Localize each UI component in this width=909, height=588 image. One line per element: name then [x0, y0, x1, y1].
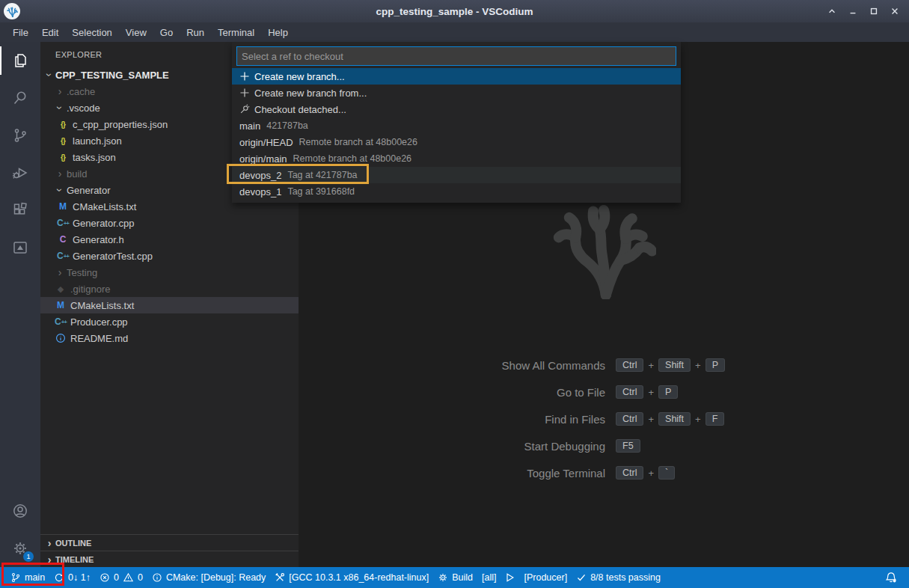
menu-terminal[interactable]: Terminal	[211, 25, 261, 40]
add-icon	[239, 70, 254, 82]
problems-indicator[interactable]: 0 0	[95, 567, 147, 588]
add-icon	[239, 87, 254, 99]
timeline-section[interactable]: TIMELINE	[40, 551, 299, 567]
notifications-bell-icon[interactable]	[881, 572, 902, 584]
extensions-icon[interactable]	[0, 192, 40, 229]
ref-checkout-quickpick: Create new branch... Create new branch f…	[232, 42, 681, 203]
tree-file-cmakelists-root[interactable]: MCMakeLists.txt	[40, 297, 299, 313]
chevron-right-icon	[43, 554, 55, 566]
maximize-window-icon[interactable]	[869, 6, 879, 16]
json-icon: {}	[57, 118, 69, 130]
launch-target[interactable]: [Producer]	[519, 567, 572, 588]
test-status[interactable]: 8/8 tests passing	[572, 567, 665, 588]
quickpick-item-main[interactable]: main421787ba	[232, 117, 681, 134]
quickpick-item-devops-1[interactable]: devops_1Tag at 391668fd	[232, 183, 681, 200]
menu-go[interactable]: Go	[153, 25, 180, 40]
quickpick-item-create-new-branch-from[interactable]: Create new branch from...	[232, 85, 681, 101]
cmake-icon: M	[55, 299, 67, 311]
menu-view[interactable]: View	[119, 25, 153, 40]
plug-icon	[239, 103, 254, 115]
keycap: Shift	[658, 358, 691, 372]
tree-file-producer-cpp[interactable]: C++Producer.cpp	[40, 313, 299, 330]
shortcut-row: Toggle Terminal Ctrl+`	[411, 459, 725, 486]
status-bar: main 0↓ 1↑ 0 0 CMake: [Debug]: Ready [GC…	[0, 567, 909, 588]
cmake-view-icon[interactable]	[0, 229, 40, 266]
keycap: Ctrl	[616, 466, 643, 480]
cmake-icon: M	[57, 200, 69, 212]
explorer-icon[interactable]	[0, 42, 40, 79]
sync-indicator[interactable]: 0↓ 1↑	[49, 567, 95, 588]
chevron-right-icon	[43, 537, 55, 549]
search-icon[interactable]	[0, 79, 40, 117]
keycap: Ctrl	[616, 385, 643, 399]
kit-selector[interactable]: [GCC 10.3.1 x86_64-redhat-linux]	[270, 567, 433, 588]
shortcut-row: Find in Files Ctrl+Shift+F	[411, 405, 725, 432]
branch-indicator[interactable]: main	[6, 567, 49, 588]
minimize-window-icon[interactable]	[848, 6, 858, 16]
shortcut-row: Go to File Ctrl+P	[411, 379, 725, 405]
quickpick-item-devops-2[interactable]: devops_2Tag at 421787ba	[232, 167, 681, 183]
source-control-icon[interactable]	[0, 117, 40, 154]
ref-list: Create new branch... Create new branch f…	[232, 68, 681, 200]
ref-search-input[interactable]	[236, 46, 676, 66]
shade-window-icon[interactable]	[827, 6, 837, 16]
menu-edit[interactable]: Edit	[35, 25, 65, 40]
build-button[interactable]: Build	[433, 567, 477, 588]
chevron-right-icon	[54, 266, 66, 278]
build-target[interactable]: [all]	[477, 567, 501, 588]
tree-file-generator-h[interactable]: CGenerator.h	[40, 231, 299, 248]
title-bar: cpp_testing_sample - VSCodium	[0, 0, 909, 22]
vscodium-logo	[4, 3, 20, 19]
json-icon: {}	[57, 151, 69, 163]
chevron-down-icon	[43, 69, 55, 81]
settings-badge: 1	[23, 551, 34, 562]
cpp-icon: C++	[57, 250, 69, 262]
quickpick-item-origin-main[interactable]: origin/mainRemote branch at 48b00e26	[232, 150, 681, 167]
git-icon: ◆	[55, 283, 67, 295]
menu-help[interactable]: Help	[261, 25, 295, 40]
outline-section[interactable]: OUTLINE	[40, 534, 299, 551]
tree-file-gitignore[interactable]: ◆.gitignore	[40, 281, 299, 297]
keycap: `	[658, 466, 675, 480]
launch-button[interactable]	[501, 567, 519, 588]
keycap: P	[706, 358, 725, 372]
vscodium-watermark-icon	[541, 195, 667, 299]
play-icon	[505, 572, 515, 583]
menu-selection[interactable]: Selection	[65, 25, 118, 40]
tree-folder-testing[interactable]: Testing	[40, 264, 299, 281]
keycap: F	[706, 412, 725, 426]
quickpick-item-create-new-branch[interactable]: Create new branch...	[232, 68, 681, 85]
gear-icon	[438, 572, 448, 583]
menu-file[interactable]: File	[6, 25, 35, 40]
shortcut-row: Show All Commands Ctrl+Shift+P	[411, 352, 725, 379]
close-window-icon[interactable]	[890, 6, 900, 16]
check-icon	[576, 572, 587, 583]
keycap: F5	[616, 439, 640, 453]
chevron-down-icon	[54, 102, 66, 114]
tree-file-generator-cpp[interactable]: C++Generator.cpp	[40, 215, 299, 231]
keyboard-shortcuts-watermark: Show All Commands Ctrl+Shift+P Go to Fil…	[411, 352, 725, 486]
activity-bar: 1	[0, 42, 40, 567]
tree-file-generatortest-cpp[interactable]: C++GeneratorTest.cpp	[40, 248, 299, 264]
cmake-status[interactable]: CMake: [Debug]: Ready	[147, 567, 270, 588]
sync-icon	[54, 572, 64, 583]
tree-file-readme-md[interactable]: README.md	[40, 330, 299, 346]
keycap: Shift	[658, 412, 691, 426]
error-icon	[100, 572, 110, 583]
cpp-icon: C++	[55, 316, 67, 328]
cpp-icon: C++	[57, 217, 69, 229]
quickpick-item-checkout-detached[interactable]: Checkout detached...	[232, 101, 681, 117]
menu-run[interactable]: Run	[180, 25, 211, 40]
keycap: Ctrl	[616, 412, 643, 426]
run-debug-icon[interactable]	[0, 154, 40, 192]
account-icon[interactable]	[0, 492, 40, 530]
warning-icon	[123, 572, 134, 583]
tools-icon	[275, 572, 285, 583]
chevron-right-icon	[54, 85, 66, 97]
quickpick-item-origin-head[interactable]: origin/HEADRemote branch at 48b00e26	[232, 134, 681, 150]
keycap: Ctrl	[616, 358, 643, 372]
shortcut-row: Start Debugging F5	[411, 432, 725, 459]
window-title: cpp_testing_sample - VSCodium	[0, 6, 909, 17]
settings-gear-icon[interactable]: 1	[0, 530, 40, 567]
info-icon	[55, 332, 67, 344]
